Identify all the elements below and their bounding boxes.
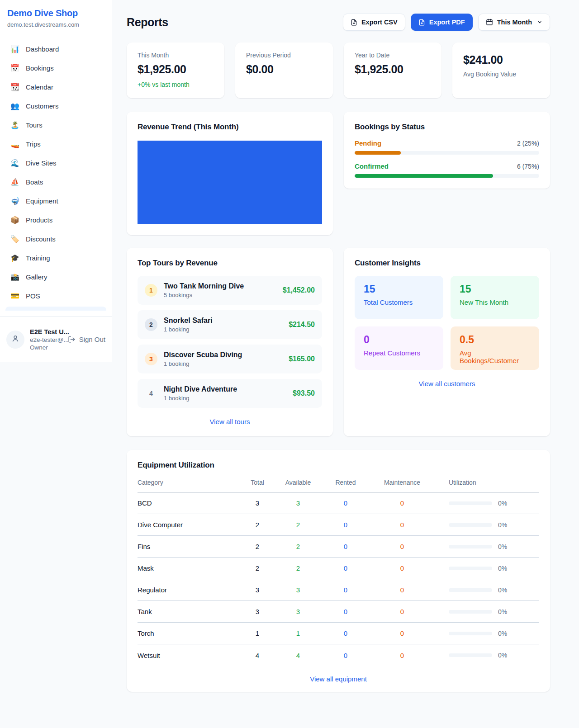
desert-island-icon: 🏝️: [10, 122, 20, 129]
tour-row[interactable]: 3 Discover Scuba Diving 1 booking $165.0…: [138, 345, 322, 373]
status-bar-track: [355, 151, 539, 155]
equipment-maintenance: 0: [368, 543, 436, 550]
tour-amount: $214.50: [289, 321, 315, 329]
export-csv-label: Export CSV: [361, 19, 398, 26]
sidebar-item-training[interactable]: 🎓Training: [5, 249, 106, 268]
sidebar-item-label: Discounts: [26, 234, 56, 244]
stat-card-this-month: This Month $1,925.00 +0% vs last month: [127, 43, 224, 98]
sidebar-item-dive-sites[interactable]: 🌊Dive Sites: [5, 154, 106, 173]
calendar-icon: 📅: [10, 65, 20, 72]
view-all-customers-link[interactable]: View all customers: [355, 380, 539, 388]
sidebar-item-equipment[interactable]: 🤿Equipment: [5, 192, 106, 211]
export-pdf-button[interactable]: Export PDF: [411, 14, 473, 31]
stat-value: $0.00: [246, 63, 322, 76]
equipment-rented: 0: [323, 564, 368, 572]
status-label: Confirmed: [355, 162, 389, 170]
table-row: Tank 3 3 0 0 0%: [138, 601, 539, 623]
sign-out-label: Sign Out: [79, 336, 105, 343]
sidebar-item-label: Calendar: [26, 82, 53, 92]
equipment-maintenance: 0: [368, 629, 436, 637]
table-row: Mask 2 2 0 0 0%: [138, 558, 539, 579]
camera-flash-icon: 📸: [10, 274, 20, 281]
stat-value: $1,925.00: [138, 63, 214, 76]
shop-header: Demo Dive Shop demo.test.divestreams.com: [0, 0, 112, 35]
insight-tile-repeat-customers: 0 Repeat Customers: [355, 326, 443, 370]
equipment-maintenance: 0: [368, 521, 436, 529]
sidebar-item-bookings[interactable]: 📅Bookings: [5, 59, 106, 78]
sidebar-item-gallery[interactable]: 📸Gallery: [5, 268, 106, 287]
export-csv-button[interactable]: Export CSV: [343, 14, 405, 31]
sidebar-item-products[interactable]: 📦Products: [5, 211, 106, 230]
sidebar-item-discounts[interactable]: 🏷️Discounts: [5, 230, 106, 249]
sidebar-item-tours[interactable]: 🏝️Tours: [5, 116, 106, 135]
equipment-category: Tank: [138, 608, 242, 615]
tour-bookings: 1 booking: [164, 326, 282, 333]
sidebar-item-label: Dashboard: [26, 44, 59, 54]
utilization-bar: [449, 545, 492, 548]
stat-card-year-to-date: Year to Date $1,925.00: [344, 43, 441, 98]
sidebar-item-label: Trips: [26, 139, 41, 149]
equipment-rented: 0: [323, 652, 368, 659]
customer-insights-card: Customer Insights 15 Total Customers 15 …: [344, 248, 550, 436]
tour-bookings: 1 booking: [164, 395, 286, 402]
page-header: Reports Export CSV Export PDF This Month: [127, 14, 550, 31]
equipment-category: Wetsuit: [138, 652, 242, 659]
insight-label: Repeat Customers: [364, 349, 434, 357]
tour-row[interactable]: 4 Night Dive Adventure 1 booking $93.50: [138, 379, 322, 408]
sidebar-item-pos[interactable]: 💳POS: [5, 287, 106, 306]
table-row: Regulator 3 3 0 0 0%: [138, 579, 539, 601]
stat-label: Avg Booking Value: [463, 71, 539, 78]
user-info: E2E Test U... e2e-tester@... Owner: [30, 328, 62, 351]
equipment-available: 3: [273, 586, 323, 594]
equipment-total: 2: [242, 564, 273, 572]
tour-row[interactable]: 1 Two Tank Morning Dive 5 bookings $1,45…: [138, 276, 322, 305]
insight-tile-total-customers: 15 Total Customers: [355, 276, 443, 319]
stat-card-avg-booking-value: $241.00 Avg Booking Value: [452, 43, 550, 98]
equipment-available: 3: [273, 608, 323, 615]
period-select[interactable]: This Month: [478, 14, 550, 31]
equipment-category: Mask: [138, 564, 242, 572]
top-tours-title: Top Tours by Revenue: [138, 259, 322, 268]
tour-row[interactable]: 2 Snorkel Safari 1 booking $214.50: [138, 310, 322, 339]
sidebar-item-trips[interactable]: 🚤Trips: [5, 135, 106, 154]
graduation-cap-icon: 🎓: [10, 255, 20, 262]
insight-value: 0.5: [460, 334, 530, 346]
sailboat-icon: ⛵: [10, 179, 20, 186]
user-name: E2E Test U...: [30, 328, 62, 336]
equipment-available: 1: [273, 629, 323, 637]
utilization-percent: 0%: [498, 630, 507, 637]
sidebar-item-boats[interactable]: ⛵Boats: [5, 173, 106, 192]
customer-insights-title: Customer Insights: [355, 259, 539, 268]
sidebar-item-customers[interactable]: 👥Customers: [5, 97, 106, 116]
shop-name[interactable]: Demo Dive Shop: [7, 8, 104, 19]
stat-delta: +0% vs last month: [138, 81, 214, 88]
speedboat-icon: 🚤: [10, 141, 20, 148]
sidebar-item-calendar[interactable]: 📆Calendar: [5, 78, 106, 97]
utilization-percent: 0%: [498, 586, 507, 594]
sidebar-item-label: Dive Sites: [26, 158, 57, 168]
user-panel: E2E Test U... e2e-tester@... Owner Sign …: [0, 317, 112, 362]
period-label: This Month: [497, 19, 532, 26]
equipment-category: Regulator: [138, 586, 242, 594]
insight-value: 15: [364, 283, 434, 295]
user-email: e2e-tester@...: [30, 336, 62, 343]
status-row-pending: Pending 2 (25%): [355, 139, 539, 155]
sidebar-item-label: Equipment: [26, 196, 58, 206]
table-row: Wetsuit 4 4 0 0 0%: [138, 644, 539, 666]
tour-name: Night Dive Adventure: [164, 385, 286, 393]
view-all-equipment-link[interactable]: View all equipment: [138, 675, 539, 683]
sign-out-button[interactable]: Sign Out: [68, 336, 105, 343]
equipment-maintenance: 0: [368, 564, 436, 572]
stat-value: $241.00: [463, 53, 539, 66]
tours-list: 1 Two Tank Morning Dive 5 bookings $1,45…: [138, 276, 322, 408]
equipment-total: 2: [242, 521, 273, 529]
status-count: 2 (25%): [517, 140, 539, 147]
sidebar-item-dashboard[interactable]: 📊Dashboard: [5, 40, 106, 59]
view-all-tours-link[interactable]: View all tours: [138, 418, 322, 425]
sidebar-item-reports-partial[interactable]: [5, 307, 106, 311]
sidebar-item-label: Boats: [26, 177, 43, 187]
tour-amount: $93.50: [293, 389, 315, 397]
table-row: Fins 2 2 0 0 0%: [138, 536, 539, 558]
equipment-maintenance: 0: [368, 499, 436, 507]
equipment-total: 3: [242, 608, 273, 615]
